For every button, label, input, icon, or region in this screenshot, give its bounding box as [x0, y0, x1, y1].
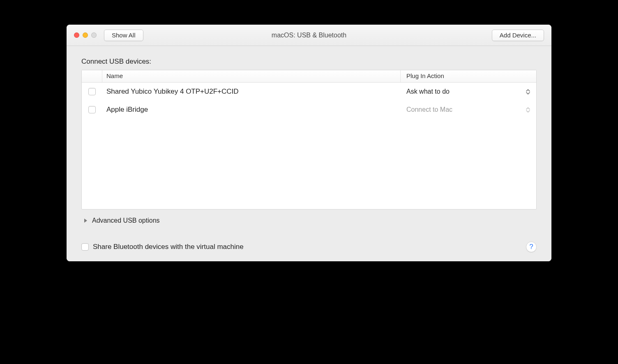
- row-checkbox-cell: [82, 106, 102, 113]
- zoom-window-button: [91, 32, 97, 38]
- usb-device-table: Name Plug In Action Shared Yubico Yubike…: [81, 70, 537, 210]
- add-device-button[interactable]: Add Device...: [492, 30, 544, 41]
- advanced-usb-options-label: Advanced USB options: [92, 217, 160, 224]
- updown-stepper-icon: [526, 89, 530, 94]
- titlebar: Show All macOS: USB & Bluetooth Add Devi…: [67, 25, 551, 46]
- device-checkbox[interactable]: [88, 88, 96, 95]
- column-header-name[interactable]: Name: [102, 70, 401, 82]
- share-bluetooth-row: Share Bluetooth devices with the virtual…: [81, 243, 244, 251]
- show-all-button[interactable]: Show All: [104, 30, 143, 41]
- window-controls: [74, 32, 97, 38]
- plug-in-action-value: Ask what to do: [406, 88, 526, 95]
- column-header-checkbox: [82, 70, 102, 82]
- share-bluetooth-checkbox[interactable]: [81, 243, 89, 251]
- column-header-plug-in-action[interactable]: Plug In Action: [401, 70, 536, 82]
- table-row[interactable]: Shared Yubico Yubikey 4 OTP+U2F+CCID Ask…: [82, 83, 536, 101]
- window-body: Connect USB devices: Name Plug In Action…: [67, 46, 551, 261]
- connect-usb-label: Connect USB devices:: [81, 58, 537, 66]
- minimize-window-button[interactable]: [83, 32, 88, 38]
- plug-in-action-value: Connect to Mac: [406, 106, 526, 113]
- table-row[interactable]: Apple iBridge Connect to Mac: [82, 101, 536, 119]
- advanced-usb-options-row[interactable]: Advanced USB options: [81, 210, 537, 224]
- device-checkbox[interactable]: [88, 106, 96, 113]
- window-title: macOS: USB & Bluetooth: [272, 32, 346, 39]
- updown-stepper-icon: [526, 107, 530, 113]
- device-name: Apple iBridge: [102, 106, 401, 114]
- share-bluetooth-label: Share Bluetooth devices with the virtual…: [93, 243, 244, 251]
- plug-in-action-select[interactable]: Connect to Mac: [401, 106, 536, 113]
- row-checkbox-cell: [82, 88, 102, 95]
- table-body: Shared Yubico Yubikey 4 OTP+U2F+CCID Ask…: [82, 83, 536, 209]
- close-window-button[interactable]: [74, 32, 79, 38]
- table-header: Name Plug In Action: [82, 70, 536, 83]
- bottom-row: Share Bluetooth devices with the virtual…: [81, 242, 537, 252]
- preferences-window: Show All macOS: USB & Bluetooth Add Devi…: [67, 25, 551, 261]
- help-button[interactable]: ?: [526, 242, 537, 252]
- plug-in-action-select[interactable]: Ask what to do: [401, 88, 536, 95]
- help-icon: ?: [529, 243, 533, 251]
- device-name: Shared Yubico Yubikey 4 OTP+U2F+CCID: [102, 88, 401, 96]
- disclosure-triangle-icon: [83, 218, 88, 223]
